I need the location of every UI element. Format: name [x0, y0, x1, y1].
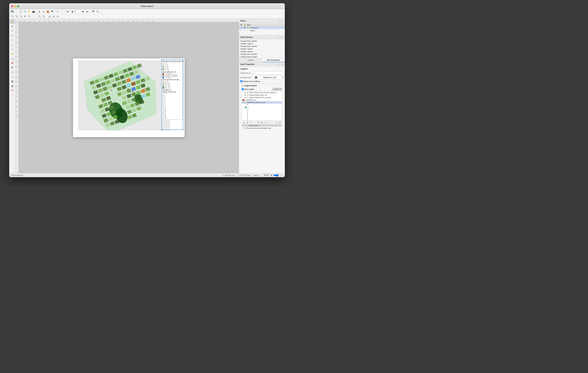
legend-items-toggle[interactable]: ▼ — [242, 85, 243, 87]
map-check[interactable]: ✓ — [240, 29, 244, 31]
shape-tool[interactable]: ⬜ — [10, 56, 15, 61]
settings-btn[interactable]: ⚙ — [23, 14, 27, 18]
measure-tool[interactable]: 📏 — [10, 52, 15, 56]
folder-button[interactable]: 📁 — [27, 10, 31, 13]
resize-fit-checkbox[interactable] — [240, 80, 242, 82]
tab-layout[interactable]: Layout — [239, 58, 262, 62]
prev-button[interactable]: ◀ — [70, 10, 74, 13]
undo-item-3[interactable]: Change Auto Update — [239, 45, 285, 48]
save-button[interactable]: 💾 — [10, 10, 14, 13]
node-tool[interactable]: ✏ — [10, 47, 15, 51]
fill-tool[interactable]: ⬜ — [10, 75, 15, 79]
zoom-all-btn[interactable]: 🔍 — [19, 14, 23, 18]
layer-lc-0[interactable]: 0 — [242, 104, 282, 106]
search3-btn[interactable]: 🔍 — [42, 14, 45, 18]
layer-nycb[interactable]: nycb2010_um — [242, 99, 282, 101]
tree-collapse-btn[interactable]: ✕ — [278, 121, 282, 124]
chart-btn[interactable]: 📊 — [47, 14, 51, 18]
undo-close-icon[interactable]: ✕ — [281, 36, 284, 39]
layer-tree[interactable]: ▶ 📋 2015_Street_Tree_Census_subset_u... … — [242, 91, 282, 121]
undo-button[interactable]: ↩ — [56, 10, 60, 13]
layer-lc-4[interactable]: 4 — [242, 114, 282, 116]
layers-btn[interactable]: 🗂 — [56, 14, 60, 18]
tree-filter-btn[interactable]: 🔧 — [257, 121, 260, 124]
items-expand-icon[interactable]: ⬜ — [278, 20, 280, 22]
export-button[interactable]: 📤 — [46, 10, 50, 13]
items-close-icon[interactable]: ✕ — [281, 20, 284, 22]
items-row-map[interactable]: ✓ 👁 □ Map 1 — [239, 29, 285, 32]
maximize-button[interactable] — [17, 5, 19, 7]
tree-add-btn[interactable]: + — [250, 121, 253, 124]
arrangement-select[interactable]: ⬛ Symbols on Left ▾ — [254, 76, 284, 79]
layer-lc-1[interactable]: 1 — [242, 106, 282, 109]
layer-lc-3[interactable]: 3 — [242, 111, 282, 114]
undo-item-4[interactable]: Update Legend — [239, 48, 285, 50]
new-button[interactable]: 📄 — [14, 10, 18, 13]
table-tool[interactable]: ▦ — [10, 84, 15, 88]
layer-toggle[interactable]: ▶ — [245, 97, 246, 98]
marker-tool[interactable]: 📍 — [10, 88, 15, 93]
redo-button[interactable]: → — [60, 10, 64, 13]
legend-overlay[interactable]: 2015_Street_Tree_Census_subset_um 0 – 6 … — [162, 60, 183, 120]
tab-item-properties[interactable]: Item Properties — [262, 58, 285, 62]
last-button[interactable]: ⏭ — [85, 10, 89, 13]
zoom-slider[interactable] — [273, 174, 283, 177]
props-expand-icon[interactable]: ⬜ — [278, 63, 280, 66]
update-all-button[interactable]: Update All — [272, 88, 282, 91]
tree-settings-btn[interactable]: ⚙ — [260, 121, 264, 124]
layer-blocks-joined[interactable]: ▶ 📋 blocks_joined_trees_um — [242, 94, 282, 96]
zoom-tool[interactable]: ⊕ — [10, 24, 15, 28]
layer-blocks-copy[interactable]: ▶ 📋 blocks_joined_trees_um copy — [242, 96, 282, 99]
arrow-tool[interactable]: ↔ — [10, 93, 15, 97]
atlas-button[interactable]: 🗺 — [91, 10, 95, 13]
props-close-icon[interactable]: ✕ — [281, 63, 284, 66]
next-button[interactable]: ▶ — [81, 10, 85, 13]
items-row-legend[interactable]: ✓ 👁 🔒 <Legend> — [239, 26, 285, 29]
text-tool[interactable]: A — [10, 70, 15, 74]
wrap-text-input[interactable] — [254, 71, 284, 75]
undo-expand-icon[interactable]: ⬜ — [278, 36, 280, 39]
layer-lc-6[interactable]: 6 — [242, 118, 282, 121]
tree-down-btn[interactable]: ▼ — [246, 121, 249, 124]
undo-item-7[interactable]: Change Auto Update — [239, 55, 285, 58]
doc-btn[interactable]: 📄 — [33, 14, 37, 18]
layer-toggle[interactable]: ▶ — [245, 94, 246, 96]
select-tool[interactable]: ↗ — [10, 29, 15, 33]
only-show-checkbox[interactable] — [243, 127, 245, 129]
image-tool[interactable]: 🖼 — [10, 79, 15, 83]
first-button[interactable]: ⏮ — [66, 10, 70, 13]
print2-button[interactable]: 🖨 — [42, 10, 45, 13]
canvas-scroll[interactable]: 2015_Street_Tree_Census_subset_um 0 – 6 … — [19, 22, 239, 173]
layer-toggle[interactable]: ▼ — [242, 102, 244, 103]
close-button[interactable] — [11, 5, 13, 7]
minimize-button[interactable] — [14, 5, 16, 7]
tree-up-btn[interactable]: ▲ — [242, 121, 246, 124]
zoom-view-button[interactable]: 🔍 — [95, 10, 99, 13]
layer-lc-2[interactable]: 2 — [242, 109, 282, 111]
auto-update-checkbox[interactable] — [242, 88, 244, 90]
poly-tool[interactable]: △ — [10, 42, 15, 47]
layer-toggle[interactable]: ▶ — [245, 92, 246, 93]
find-button[interactable]: 🔍 — [23, 10, 27, 13]
open-button[interactable]: 📋 — [19, 10, 23, 13]
search2-btn[interactable]: 🔍 — [37, 14, 41, 18]
tree-expand-btn[interactable]: ⬜ — [275, 121, 278, 124]
edit-tool[interactable]: ✏ — [10, 38, 15, 42]
layer-landcover[interactable]: ▼ 📋 landcover_2010_nyc_3ft — [242, 101, 282, 104]
undo-item-6[interactable]: Change Auto Update — [239, 53, 285, 55]
page-input[interactable] — [74, 10, 81, 13]
undo-item-1[interactable]: Change Auto Update — [239, 40, 285, 42]
refresh-btn[interactable]: ↻ — [27, 14, 31, 18]
map-button[interactable]: 🗺 — [50, 10, 54, 13]
tree-remove-btn[interactable]: - — [253, 121, 256, 124]
zoom-in-btn[interactable]: 🔍 — [10, 14, 14, 18]
pan-tool[interactable]: ✋ — [10, 20, 15, 24]
legend-check[interactable]: ✓ — [240, 27, 244, 29]
rect-tool[interactable]: ⬜ — [10, 33, 15, 38]
tree-scrollbar[interactable] — [242, 124, 282, 126]
layer-lc-5[interactable]: 5 — [242, 116, 282, 118]
capture-button[interactable]: 📸 — [32, 10, 35, 13]
layer-2015-street-tree[interactable]: ▶ 📋 2015_Street_Tree_Census_subset_u... — [242, 91, 282, 94]
undo-list[interactable]: Change Auto Update Update Legend Change … — [239, 39, 285, 58]
zoom-out-btn[interactable]: 🔍 — [14, 14, 18, 18]
